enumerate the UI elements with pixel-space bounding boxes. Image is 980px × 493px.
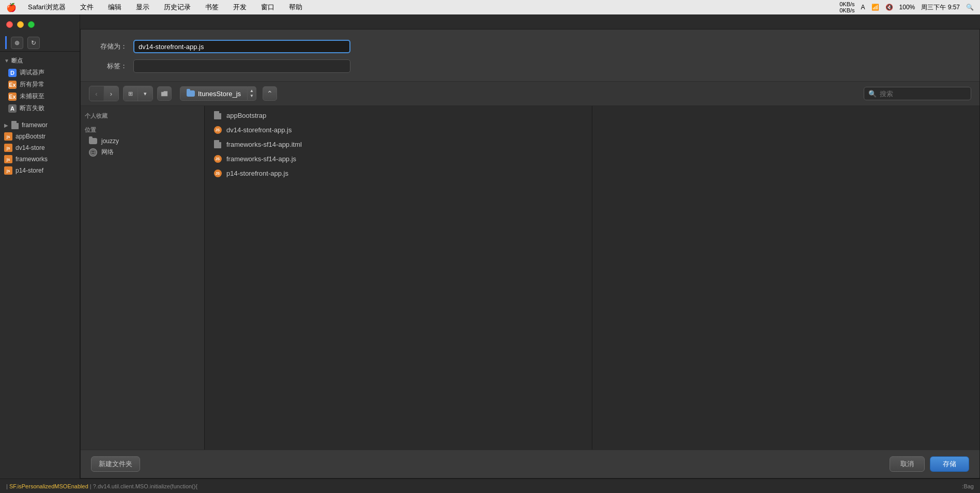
keyboard-icon: A [861, 4, 865, 11]
appBootstrap-icon [213, 111, 222, 120]
chevron-icon: ▼ [4, 58, 9, 64]
menu-safari[interactable]: Safari浏览器 [25, 2, 69, 13]
view-buttons: ⊞ ▾ [123, 86, 153, 101]
sidebar-file-appbootstrap[interactable]: js appBootstr [0, 131, 80, 142]
search-input[interactable] [880, 90, 967, 98]
menu-edit[interactable]: 编辑 [105, 2, 125, 13]
frameworks-js-icon: JS [213, 154, 222, 163]
minimize-button[interactable] [17, 21, 24, 28]
sidebar-file-p14[interactable]: js p14-storef [0, 165, 80, 176]
up-arrow: ▲ [250, 89, 254, 93]
nav-buttons: ‹ › [89, 86, 119, 101]
save-dialog: 存储为： 标签： ‹ › ⊞ ▾ [80, 29, 980, 479]
fullscreen-button[interactable] [28, 21, 35, 28]
save-as-row: 存储为： [96, 40, 964, 53]
location-button[interactable]: ItunesStore_js [180, 86, 248, 101]
save-as-input[interactable] [133, 40, 350, 53]
menu-dev[interactable]: 开发 [230, 2, 250, 13]
open-folder-button[interactable] [157, 86, 172, 101]
location-arrows[interactable]: ▲ ▼ [248, 86, 256, 101]
sidebar-toolbar: ⊕ ↻ [0, 34, 80, 52]
tag-row: 标签： [96, 59, 964, 73]
clock: 周三下午 9:57 [921, 3, 960, 12]
debugger-icon: D [8, 69, 17, 77]
dv14-js-icon: js [4, 144, 12, 152]
traffic-lights [0, 14, 80, 34]
forward-button[interactable]: › [104, 86, 118, 101]
search-icon[interactable]: 🔍 [966, 4, 974, 11]
jouzzy-item[interactable]: jouzzy [81, 136, 204, 146]
favorites-header: 个人收藏 [81, 108, 204, 122]
dv14-icon: JS [213, 125, 222, 134]
tag-input[interactable] [133, 59, 350, 73]
sidebar-file-frameworks-sf[interactable]: js frameworks [0, 153, 80, 165]
search-icon: 🔍 [868, 90, 877, 98]
file-dv14-storefront[interactable]: JS dv14-storefront-app.js [205, 122, 592, 137]
assertion-icon: A [8, 104, 17, 113]
status-bar: | SF.isPersonalizedMSOEnabled | ?.dv14.u… [0, 479, 980, 493]
uncaught-icon: Ex [8, 93, 17, 101]
preview-pane [592, 106, 979, 450]
location-folder-icon [187, 90, 195, 97]
uncaught-item[interactable]: Ex 未捕获至 [0, 90, 80, 102]
file-browser: 个人收藏 位置 jouzzy 网络 [81, 106, 979, 450]
save-as-label: 存储为： [96, 42, 127, 51]
dialog-form: 存储为： 标签： [81, 29, 979, 81]
menu-help[interactable]: 帮助 [286, 2, 305, 13]
network-item[interactable]: 网络 [81, 146, 204, 158]
status-highlight: SF.isPersonalizedMSOEnabled [9, 483, 88, 489]
cancel-button[interactable]: 取消 [890, 456, 925, 472]
battery-status: 100% [899, 4, 915, 11]
menu-file[interactable]: 文件 [77, 2, 97, 13]
menu-bookmarks[interactable]: 书签 [202, 2, 222, 13]
menu-bar-right: 0KB/s0KB/s A 📶 🔇 100% 周三下午 9:57 🔍 [839, 1, 974, 13]
save-button[interactable]: 存储 [930, 456, 969, 472]
tag-label: 标签： [96, 61, 127, 71]
sidebar-file-framework[interactable]: ▶ framewor [0, 119, 80, 131]
frameworks-itml-icon [213, 140, 222, 149]
debugger-item[interactable]: D 调试器声 [0, 67, 80, 79]
dialog-bottom: 新建文件夹 取消 存储 [81, 450, 979, 478]
appbootstrap-js-icon: js [4, 132, 12, 141]
dialog-toolbar: ‹ › ⊞ ▾ ItunesStore_js ▲ ▼ [81, 81, 979, 106]
file-frameworks-sf-js[interactable]: JS frameworks-sf14-app.js [205, 151, 592, 166]
blue-bar [5, 36, 7, 49]
expand-button[interactable]: ⌃ [263, 86, 277, 101]
jouzzy-folder-icon [89, 138, 97, 144]
breakpoints-section: ▼ 断点 D 调试器声 Ex 所有异常 Ex 未捕获至 A 断言失败 [0, 52, 80, 117]
sidebar-files: ▶ framewor js appBootstr js dv14-store j… [0, 117, 80, 178]
menu-display[interactable]: 显示 [133, 2, 152, 13]
location-dropdown: ItunesStore_js ▲ ▼ [180, 86, 256, 101]
menu-window[interactable]: 窗口 [258, 2, 278, 13]
refresh-icon[interactable]: ↻ [27, 37, 40, 49]
target-icon[interactable]: ⊕ [11, 37, 23, 49]
action-buttons: 取消 存储 [890, 456, 969, 472]
file-appBootstrap[interactable]: appBootstrap [205, 108, 592, 122]
back-button[interactable]: ‹ [89, 86, 104, 101]
exceptions-icon: Ex [8, 81, 17, 89]
framework-doc-icon [11, 121, 19, 129]
breakpoints-header: ▼ 断点 [0, 55, 80, 67]
location-label: ItunesStore_js [198, 90, 241, 98]
network-status: 0KB/s0KB/s [839, 1, 854, 13]
file-p14-storefront[interactable]: JS p14-storefront-app.js [205, 166, 592, 180]
files-pane: appBootstrap JS dv14-storefront-app.js f… [205, 106, 592, 450]
menu-bar: 🍎 Safari浏览器 文件 编辑 显示 历史记录 书签 开发 窗口 帮助 0K… [0, 0, 980, 14]
exceptions-item[interactable]: Ex 所有异常 [0, 79, 80, 90]
frameworks-sf-js-icon: js [4, 155, 12, 163]
sidebar: ⊕ ↻ ▼ 断点 D 调试器声 Ex 所有异常 Ex 未捕获至 A 断 [0, 14, 80, 493]
view-grid-button[interactable]: ⊞ [124, 86, 138, 101]
sidebar-file-dv14[interactable]: js dv14-store [0, 142, 80, 153]
assertion-item[interactable]: A 断言失败 [0, 102, 80, 114]
nav-pane: 个人收藏 位置 jouzzy 网络 [81, 106, 205, 450]
close-button[interactable] [6, 21, 13, 28]
location-header: 位置 [81, 122, 204, 136]
globe-icon [89, 148, 97, 157]
p14-icon: JS [213, 168, 222, 178]
apple-menu[interactable]: 🍎 [6, 3, 17, 12]
search-box: 🔍 [864, 87, 971, 100]
new-folder-button[interactable]: 新建文件夹 [91, 456, 140, 472]
menu-history[interactable]: 历史记录 [161, 2, 194, 13]
view-dropdown-button[interactable]: ▾ [138, 86, 152, 101]
file-frameworks-sf-itml[interactable]: frameworks-sf14-app.itml [205, 137, 592, 151]
